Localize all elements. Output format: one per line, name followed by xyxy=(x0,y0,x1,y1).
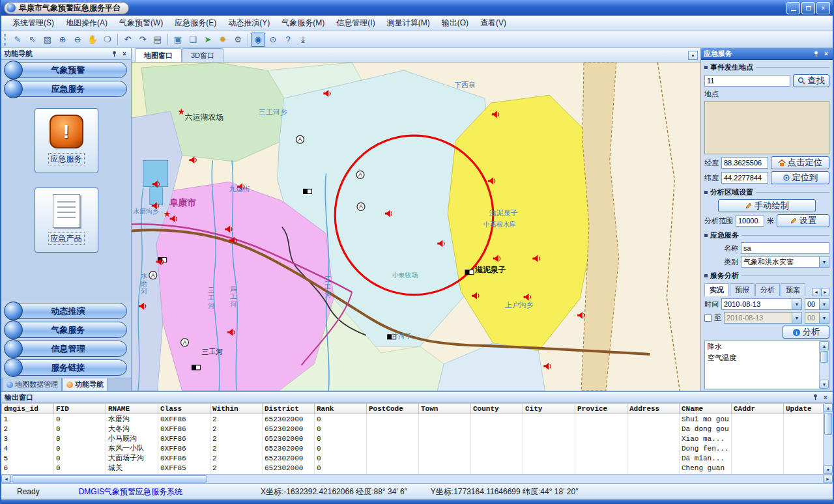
find-button[interactable]: 查找 xyxy=(793,74,829,87)
station-icon[interactable] xyxy=(465,270,474,275)
table-row[interactable]: 50大面场子沟0XFF8626523020000Da mian... xyxy=(2,453,824,463)
monitor-point-icon[interactable] xyxy=(357,203,365,210)
chevron-down-icon[interactable]: ▼ xyxy=(688,51,698,60)
to-time-combo[interactable]: 2010-08-13 ▼ xyxy=(724,312,802,324)
station-icon[interactable] xyxy=(303,189,311,193)
globe-tool-icon[interactable]: ◉ xyxy=(251,33,265,47)
help-icon[interactable]: ? xyxy=(281,33,295,47)
tab-功能导航[interactable]: 功能导航 xyxy=(63,378,108,391)
analyze-button[interactable]: i 分析 xyxy=(783,326,829,339)
column-header-Class[interactable]: Class xyxy=(158,404,210,414)
map-canvas[interactable]: A xyxy=(132,63,700,391)
tab-scroll-left-icon[interactable]: ◄ xyxy=(812,288,820,296)
monitor-point-icon[interactable] xyxy=(181,339,189,346)
tab-实况[interactable]: 实况 xyxy=(704,283,729,296)
latitude-input[interactable] xyxy=(721,172,768,184)
tab-预报[interactable]: 预报 xyxy=(730,283,755,296)
sidebar-item-服务链接[interactable]: 服务链接 xyxy=(9,359,127,376)
column-header-County[interactable]: County xyxy=(471,404,523,414)
sidebar-item-动态推演[interactable]: 动态推演 xyxy=(9,303,127,319)
pin-icon[interactable] xyxy=(811,393,819,401)
table-row[interactable]: 40东风一小队0XFF8626523020000Dong fen... xyxy=(2,443,824,453)
shortcut-应急产品[interactable]: 应急产品 xyxy=(35,188,98,253)
map-copy-icon[interactable]: ❏ xyxy=(186,33,200,47)
scroll-down-icon[interactable]: ▼ xyxy=(824,465,833,474)
toolbar-grip[interactable] xyxy=(4,34,7,46)
full-extent-icon[interactable]: ❍ xyxy=(100,33,115,47)
print-icon[interactable]: ▤ xyxy=(151,33,165,47)
menu-item[interactable]: 查看(V) xyxy=(474,15,512,31)
scroll-left-icon[interactable]: ◄ xyxy=(1,475,11,483)
sidebar-item-应急服务[interactable]: 应急服务 xyxy=(9,81,127,97)
analysis-element-listbox[interactable]: 降水空气温度 ▲ ▼ xyxy=(704,341,829,389)
set-button[interactable]: 设置 xyxy=(777,214,829,227)
locate-to-button[interactable]: 定位到 xyxy=(771,171,829,184)
longitude-input[interactable] xyxy=(721,157,768,169)
to-hour-combo[interactable]: 00 ▼ xyxy=(805,312,829,324)
close-icon[interactable]: × xyxy=(822,50,830,58)
pan-hand-icon[interactable]: ✋ xyxy=(85,33,100,47)
close-icon[interactable]: × xyxy=(822,393,829,401)
sidebar-item-气象服务[interactable]: 气象服务 xyxy=(9,322,127,338)
tab-scroll-right-icon[interactable]: ► xyxy=(821,288,829,296)
table-row[interactable]: 10水磨沟0XFF8626523020000Shui mo gou xyxy=(2,414,824,425)
menu-item[interactable]: 系统管理(S) xyxy=(7,15,60,31)
select-arrow-icon[interactable]: ⇖ xyxy=(25,33,40,47)
column-header-PostCode[interactable]: PostCode xyxy=(367,404,419,414)
visibility-eye-icon[interactable]: ⊙ xyxy=(266,33,280,47)
table-row[interactable]: 30小马厩沟0XFF8626523020000Xiao ma... xyxy=(2,434,824,443)
select-box-icon[interactable]: ▧ xyxy=(40,33,55,47)
column-header-Update[interactable]: Update xyxy=(784,404,824,414)
to-time-checkbox[interactable] xyxy=(704,315,712,322)
export-image-icon[interactable]: ▣ xyxy=(171,33,185,47)
menu-item[interactable]: 气象预警(W) xyxy=(113,15,169,31)
service-name-input[interactable] xyxy=(741,242,829,254)
table-hscrollbar[interactable]: ◄ ► xyxy=(1,474,833,483)
sidebar-item-气象预警[interactable]: 气象预警 xyxy=(9,62,127,78)
settings-gear-icon[interactable]: ⚙ xyxy=(231,33,245,47)
column-header-CAddr[interactable]: CAddr xyxy=(732,404,784,414)
column-header-dmgis_id[interactable]: dmgis_id xyxy=(2,404,54,414)
column-header-FID[interactable]: FID xyxy=(54,404,106,414)
chevron-down-icon[interactable]: ▼ xyxy=(819,313,829,323)
tab-3D窗口[interactable]: 3D窗口 xyxy=(182,48,223,62)
column-header-Provice[interactable]: Provice xyxy=(575,404,627,414)
shortcut-应急服务[interactable]: !应急服务 xyxy=(35,108,98,173)
export-icon[interactable]: ⤓ xyxy=(296,33,310,47)
event-location-input[interactable] xyxy=(704,75,790,87)
menu-item[interactable]: 信息管理(I) xyxy=(330,15,381,31)
menu-item[interactable]: 测量计算(M) xyxy=(381,15,436,31)
column-header-Town[interactable]: Town xyxy=(419,404,471,414)
close-icon[interactable]: × xyxy=(121,50,128,58)
scroll-right-icon[interactable]: ► xyxy=(823,475,833,483)
restore-button[interactable] xyxy=(801,2,815,14)
zoom-next-icon[interactable]: ↷ xyxy=(136,33,150,47)
tab-地图数据管理[interactable]: 地图数据管理 xyxy=(3,378,62,391)
menu-item[interactable]: 动态推演(Y) xyxy=(222,15,276,31)
chevron-down-icon[interactable]: ▼ xyxy=(792,313,801,323)
close-button[interactable]: × xyxy=(816,2,830,14)
edit-pencil-icon[interactable]: ✎ xyxy=(10,33,25,47)
pin-icon[interactable] xyxy=(110,50,118,58)
manual-draw-button[interactable]: 手动绘制 xyxy=(718,199,816,212)
station-icon[interactable] xyxy=(192,365,200,370)
minimize-button[interactable] xyxy=(786,2,800,14)
tab-预案[interactable]: 预案 xyxy=(781,283,805,296)
service-type-combo[interactable]: 气象和洪水灾害 ▼ xyxy=(741,256,829,268)
menu-item[interactable]: 地图操作(A) xyxy=(60,15,113,31)
table-row[interactable]: 60城关0XFF8526523020000Cheng guan xyxy=(2,463,824,473)
sidebar-item-信息管理[interactable]: 信息管理 xyxy=(9,341,127,357)
monitor-point-icon[interactable] xyxy=(296,135,304,143)
table-row[interactable]: 20大冬沟0XFF8626523020000Da dong gou xyxy=(2,424,824,434)
column-header-CName[interactable]: CName xyxy=(680,404,732,414)
scroll-up-icon[interactable]: ▲ xyxy=(820,341,829,350)
north-arrow-icon[interactable]: ➤ xyxy=(201,33,215,47)
menu-item[interactable]: 气象服务(M) xyxy=(276,15,330,31)
list-item[interactable]: 空气温度 xyxy=(705,352,819,363)
scrollbar-thumb[interactable] xyxy=(820,351,828,363)
column-header-City[interactable]: City xyxy=(523,404,575,414)
tab-地图窗口[interactable]: 地图窗口 xyxy=(135,48,182,62)
zoom-out-icon[interactable]: ⊖ xyxy=(70,33,85,47)
table-vscrollbar[interactable]: ▲ ▼ xyxy=(823,403,833,474)
identify-bulb-icon[interactable]: ✹ xyxy=(216,33,230,47)
